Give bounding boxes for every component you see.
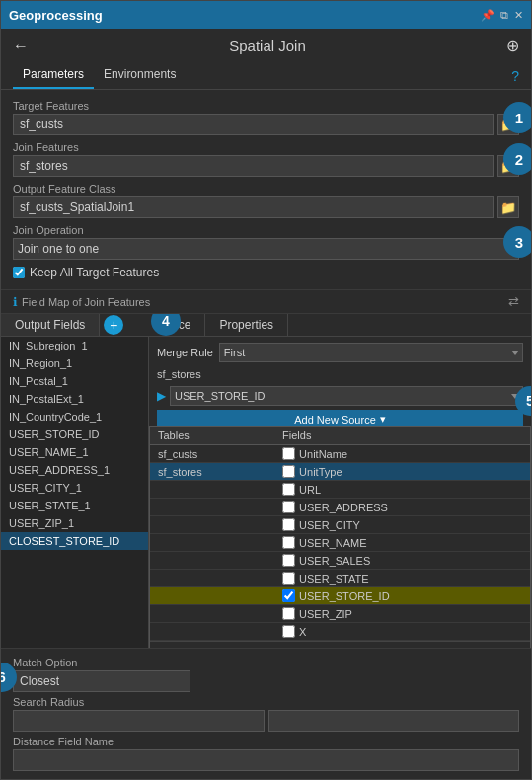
output-fields-add-btn[interactable]: + [104,315,123,335]
distance-field-name-section: Distance Field Name [13,736,519,771]
field-item[interactable]: USER_STORE_ID [1,426,148,443]
field-checkbox[interactable] [282,501,295,513]
add-selected-button[interactable]: Add Selected [165,644,526,648]
dropdown-row[interactable]: USER_ZIP [150,605,530,623]
field-item[interactable]: USER_NAME_1 [1,443,148,461]
tables-column-header: Tables [150,427,274,445]
output-feature-class-row: 📁 [13,196,519,218]
join-operation-row: Join one to one [13,238,519,260]
field-checkbox[interactable] [282,447,295,460]
search-radius-unit-input[interactable] [268,710,520,732]
dropdown-row[interactable]: USER_SALES [150,552,530,570]
field-checkbox[interactable] [282,465,295,478]
dropdown-row[interactable]: USER_CITY [150,516,530,534]
field-map-header: Output Fields + 4 Source Properties [1,314,531,337]
table-view-button[interactable]: ⊞ [154,646,165,649]
table-cell [150,587,274,605]
sync-icon[interactable]: ⇄ [508,294,519,309]
table-cell-selected: sf_stores [150,463,274,481]
tab-parameters[interactable]: Parameters [13,63,94,89]
distance-field-name-label: Distance Field Name [13,736,519,747]
output-feature-class-folder-btn[interactable]: 📁 [497,196,519,218]
bottom-area: 6 Match Option Search Radius Distance Fi… [1,648,531,779]
dropdown-row-highlighted[interactable]: USER_STORE_ID [150,587,530,605]
field-cell-highlighted: USER_STORE_ID [274,587,530,605]
field-checkbox[interactable] [282,607,295,620]
field-item[interactable]: USER_CITY_1 [1,479,148,497]
field-item[interactable]: USER_STATE_1 [1,497,148,514]
target-features-label: Target Features [13,100,519,112]
field-cell: USER_NAME [274,534,530,552]
field-checkbox[interactable] [282,625,295,638]
field-map-section-header: ℹ Field Map of Join Features ⇄ [1,289,531,313]
dropdown-row-selected[interactable]: sf_stores UnitType [150,463,530,481]
float-button[interactable]: ⧉ [500,9,508,22]
field-cell: URL [274,481,530,499]
title-bar: Geoprocessing 📌 ⧉ ✕ [1,1,531,29]
dropdown-row[interactable]: sf_custs UnitName [150,445,530,463]
badge-3: 3 [503,226,531,258]
add-new-source-label: Add New Source [294,414,376,426]
search-radius-section: Search Radius [13,696,519,732]
output-feature-class-input[interactable] [13,196,494,218]
merge-rule-select[interactable]: First [219,343,523,362]
dropdown-row[interactable]: USER_ADDRESS [150,499,530,516]
match-option-input[interactable] [13,670,190,692]
dropdown-row[interactable]: USER_NAME [150,534,530,552]
back-button[interactable]: ← [13,38,29,55]
dropdown-row[interactable]: URL [150,481,530,499]
distance-field-name-input[interactable] [13,749,519,771]
field-cell: X [274,623,530,641]
field-item[interactable]: IN_PostalExt_1 [1,390,148,408]
merge-rule-label: Merge Rule [157,347,213,358]
dropdown-chevron-icon: ▾ [380,413,386,426]
field-cell: USER_SALES [274,552,530,570]
dropdown-row[interactable]: USER_STATE [150,570,530,587]
match-option-label: Match Option [13,657,519,668]
tabs: Parameters Environments [13,63,186,89]
pin-button[interactable]: 📌 [481,9,494,22]
table-cell [150,605,274,623]
output-feature-class-label: Output Feature Class [13,183,519,195]
join-features-input[interactable] [13,155,494,177]
field-checkbox[interactable] [282,572,295,585]
table-cell [150,570,274,587]
join-operation-select[interactable]: Join one to one [13,238,519,260]
info-icon[interactable]: ℹ [13,295,18,309]
field-item[interactable]: IN_CountryCode_1 [1,408,148,426]
target-features-section: Target Features 📁 1 [13,100,519,135]
field-item[interactable]: USER_ZIP_1 [1,514,148,532]
field-checkbox[interactable] [282,518,295,531]
keep-all-checkbox[interactable] [13,267,25,278]
keep-all-row: Keep All Target Features [13,266,519,279]
field-checkbox-checked[interactable] [282,589,295,602]
search-radius-label: Search Radius [13,696,519,708]
badge-2: 2 [503,143,531,175]
panel-title: Spatial Join [29,38,506,54]
tab-properties[interactable]: Properties [205,314,288,336]
tab-environments[interactable]: Environments [94,63,186,89]
join-operation-label: Join Operation [13,224,519,236]
field-checkbox[interactable] [282,536,295,549]
fields-column-header: Fields [274,427,530,445]
dropdown-row[interactable]: X [150,623,530,641]
close-button[interactable]: ✕ [514,9,523,22]
search-radius-input[interactable] [13,710,265,732]
field-item[interactable]: IN_Subregion_1 [1,337,148,354]
source-field-select[interactable]: USER_STORE_ID [170,386,523,406]
table-cell [150,552,274,570]
field-checkbox[interactable] [282,554,295,567]
geoprocessing-window: Geoprocessing 📌 ⧉ ✕ ← Spatial Join ⊕ Par… [0,0,532,780]
field-checkbox[interactable] [282,483,295,496]
field-item[interactable]: USER_ADDRESS_1 [1,461,148,479]
tab-output-fields[interactable]: Output Fields [1,314,100,336]
field-item[interactable]: IN_Region_1 [1,354,148,372]
dropdown-table: Tables Fields sf_custs [150,427,530,641]
folder-icon-3: 📁 [500,200,516,215]
target-features-input[interactable] [13,114,494,135]
field-map-area: Output Fields + 4 Source Properties [1,313,531,648]
help-icon[interactable]: ? [511,68,519,84]
field-item-selected[interactable]: CLOSEST_STORE_ID [1,532,148,550]
add-button[interactable]: ⊕ [506,37,519,55]
field-item[interactable]: IN_Postal_1 [1,372,148,390]
